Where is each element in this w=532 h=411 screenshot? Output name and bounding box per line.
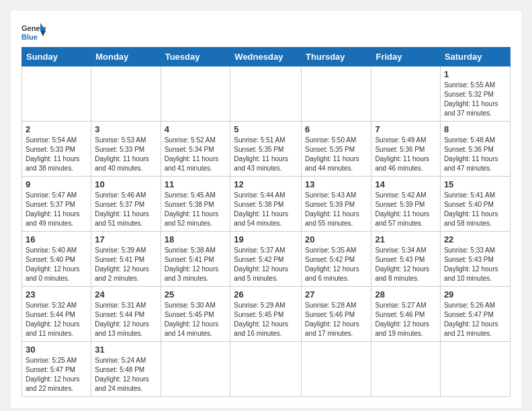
header: General Blue — [21, 21, 511, 42]
day-info: Sunrise: 5:38 AM Sunset: 5:41 PM Dayligh… — [165, 246, 227, 283]
day-header-thursday: Thursday — [302, 48, 371, 66]
day-cell: 22Sunrise: 5:33 AM Sunset: 5:43 PM Dayli… — [440, 232, 510, 287]
day-header-sunday: Sunday — [22, 48, 91, 66]
day-cell: 7Sunrise: 5:49 AM Sunset: 5:36 PM Daylig… — [371, 122, 440, 177]
day-info: Sunrise: 5:46 AM Sunset: 5:37 PM Dayligh… — [95, 191, 157, 228]
day-info: Sunrise: 5:28 AM Sunset: 5:46 PM Dayligh… — [305, 301, 367, 338]
week-row-6: 30Sunrise: 5:25 AM Sunset: 5:47 PM Dayli… — [22, 342, 511, 397]
day-info: Sunrise: 5:31 AM Sunset: 5:44 PM Dayligh… — [95, 301, 157, 338]
day-number: 1 — [444, 69, 506, 79]
svg-text:Blue: Blue — [21, 33, 38, 41]
day-number: 7 — [375, 124, 436, 134]
day-cell: 6Sunrise: 5:50 AM Sunset: 5:35 PM Daylig… — [302, 122, 371, 177]
day-cell — [371, 342, 440, 397]
day-info: Sunrise: 5:43 AM Sunset: 5:39 PM Dayligh… — [305, 191, 367, 228]
day-number: 27 — [305, 289, 367, 300]
day-number: 5 — [234, 124, 298, 134]
day-cell: 19Sunrise: 5:37 AM Sunset: 5:42 PM Dayli… — [230, 232, 302, 287]
day-cell: 18Sunrise: 5:38 AM Sunset: 5:41 PM Dayli… — [161, 232, 230, 287]
day-info: Sunrise: 5:27 AM Sunset: 5:46 PM Dayligh… — [375, 301, 436, 338]
day-number: 26 — [234, 289, 298, 300]
day-number: 17 — [95, 234, 157, 244]
week-row-4: 16Sunrise: 5:40 AM Sunset: 5:40 PM Dayli… — [22, 232, 511, 287]
day-info: Sunrise: 5:55 AM Sunset: 5:32 PM Dayligh… — [444, 81, 506, 118]
day-number: 10 — [95, 179, 157, 189]
day-cell — [91, 66, 161, 122]
day-number: 19 — [234, 234, 298, 244]
day-number: 15 — [444, 179, 506, 189]
day-info: Sunrise: 5:37 AM Sunset: 5:42 PM Dayligh… — [234, 246, 298, 283]
day-cell: 1Sunrise: 5:55 AM Sunset: 5:32 PM Daylig… — [440, 66, 510, 122]
day-info: Sunrise: 5:50 AM Sunset: 5:35 PM Dayligh… — [305, 136, 367, 173]
calendar-page: General Blue SundayMondayTuesdayWednesda… — [11, 11, 521, 408]
day-info: Sunrise: 5:30 AM Sunset: 5:45 PM Dayligh… — [165, 301, 227, 338]
day-info: Sunrise: 5:24 AM Sunset: 5:48 PM Dayligh… — [95, 356, 157, 394]
logo: General Blue — [21, 21, 46, 42]
day-number: 30 — [26, 345, 87, 355]
day-number: 18 — [165, 234, 227, 244]
day-cell — [302, 342, 371, 397]
calendar-table: SundayMondayTuesdayWednesdayThursdayFrid… — [21, 47, 511, 397]
day-header-wednesday: Wednesday — [230, 48, 302, 66]
day-cell: 4Sunrise: 5:52 AM Sunset: 5:34 PM Daylig… — [161, 122, 230, 177]
day-info: Sunrise: 5:25 AM Sunset: 5:47 PM Dayligh… — [26, 356, 87, 394]
day-cell: 8Sunrise: 5:48 AM Sunset: 5:36 PM Daylig… — [440, 122, 510, 177]
day-cell: 24Sunrise: 5:31 AM Sunset: 5:44 PM Dayli… — [91, 287, 161, 342]
day-number: 25 — [165, 289, 227, 300]
day-cell — [230, 66, 302, 122]
day-cell: 31Sunrise: 5:24 AM Sunset: 5:48 PM Dayli… — [91, 342, 161, 397]
logo-icon: General Blue — [21, 21, 46, 42]
day-info: Sunrise: 5:48 AM Sunset: 5:36 PM Dayligh… — [444, 136, 506, 173]
day-cell: 2Sunrise: 5:54 AM Sunset: 5:33 PM Daylig… — [22, 122, 91, 177]
day-cell: 25Sunrise: 5:30 AM Sunset: 5:45 PM Dayli… — [161, 287, 230, 342]
day-number: 9 — [26, 179, 87, 189]
day-info: Sunrise: 5:29 AM Sunset: 5:45 PM Dayligh… — [234, 301, 298, 338]
day-number: 14 — [375, 179, 436, 189]
day-header-monday: Monday — [91, 48, 161, 66]
week-row-3: 9Sunrise: 5:47 AM Sunset: 5:37 PM Daylig… — [22, 177, 511, 232]
day-cell: 20Sunrise: 5:35 AM Sunset: 5:42 PM Dayli… — [302, 232, 371, 287]
day-cell: 16Sunrise: 5:40 AM Sunset: 5:40 PM Dayli… — [22, 232, 91, 287]
day-cell — [22, 66, 91, 122]
day-cell: 15Sunrise: 5:41 AM Sunset: 5:40 PM Dayli… — [440, 177, 510, 232]
day-info: Sunrise: 5:54 AM Sunset: 5:33 PM Dayligh… — [26, 136, 87, 173]
day-number: 28 — [375, 289, 436, 300]
week-row-1: 1Sunrise: 5:55 AM Sunset: 5:32 PM Daylig… — [22, 66, 511, 122]
day-info: Sunrise: 5:33 AM Sunset: 5:43 PM Dayligh… — [444, 246, 506, 283]
day-number: 22 — [444, 234, 506, 244]
day-number: 2 — [26, 124, 87, 134]
day-cell: 23Sunrise: 5:32 AM Sunset: 5:44 PM Dayli… — [22, 287, 91, 342]
day-number: 29 — [444, 289, 506, 300]
day-cell — [161, 66, 230, 122]
day-info: Sunrise: 5:39 AM Sunset: 5:41 PM Dayligh… — [95, 246, 157, 283]
day-cell: 11Sunrise: 5:45 AM Sunset: 5:38 PM Dayli… — [161, 177, 230, 232]
day-cell — [230, 342, 302, 397]
day-number: 12 — [234, 179, 298, 189]
week-row-5: 23Sunrise: 5:32 AM Sunset: 5:44 PM Dayli… — [22, 287, 511, 342]
day-info: Sunrise: 5:45 AM Sunset: 5:38 PM Dayligh… — [165, 191, 227, 228]
day-info: Sunrise: 5:51 AM Sunset: 5:35 PM Dayligh… — [234, 136, 298, 173]
day-info: Sunrise: 5:40 AM Sunset: 5:40 PM Dayligh… — [26, 246, 87, 283]
day-number: 20 — [305, 234, 367, 244]
day-cell: 9Sunrise: 5:47 AM Sunset: 5:37 PM Daylig… — [22, 177, 91, 232]
day-cell — [161, 342, 230, 397]
day-info: Sunrise: 5:35 AM Sunset: 5:42 PM Dayligh… — [305, 246, 367, 283]
day-cell — [302, 66, 371, 122]
day-number: 23 — [26, 289, 87, 300]
day-info: Sunrise: 5:44 AM Sunset: 5:38 PM Dayligh… — [234, 191, 298, 228]
day-cell: 26Sunrise: 5:29 AM Sunset: 5:45 PM Dayli… — [230, 287, 302, 342]
day-cell: 13Sunrise: 5:43 AM Sunset: 5:39 PM Dayli… — [302, 177, 371, 232]
day-number: 31 — [95, 345, 157, 355]
day-info: Sunrise: 5:42 AM Sunset: 5:39 PM Dayligh… — [375, 191, 436, 228]
day-info: Sunrise: 5:41 AM Sunset: 5:40 PM Dayligh… — [444, 191, 506, 228]
day-number: 24 — [95, 289, 157, 300]
day-cell: 27Sunrise: 5:28 AM Sunset: 5:46 PM Dayli… — [302, 287, 371, 342]
header-row: SundayMondayTuesdayWednesdayThursdayFrid… — [22, 48, 511, 66]
day-number: 3 — [95, 124, 157, 134]
day-number: 6 — [305, 124, 367, 134]
day-header-tuesday: Tuesday — [161, 48, 230, 66]
day-cell: 28Sunrise: 5:27 AM Sunset: 5:46 PM Dayli… — [371, 287, 440, 342]
svg-marker-3 — [40, 31, 46, 36]
day-info: Sunrise: 5:47 AM Sunset: 5:37 PM Dayligh… — [26, 191, 87, 228]
day-info: Sunrise: 5:49 AM Sunset: 5:36 PM Dayligh… — [375, 136, 436, 173]
